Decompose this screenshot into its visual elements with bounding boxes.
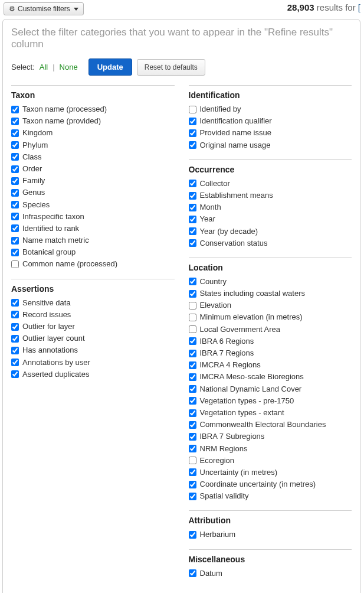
- filter-checkbox[interactable]: [189, 180, 196, 187]
- filter-checkbox[interactable]: [11, 118, 19, 125]
- update-button[interactable]: Update: [88, 58, 132, 76]
- filter-checkbox[interactable]: [189, 216, 196, 223]
- filter-label[interactable]: Datum: [200, 568, 222, 579]
- filter-label[interactable]: Commonwealth Electoral Boundaries: [200, 419, 326, 430]
- filter-label[interactable]: Outlier for layer: [22, 321, 75, 332]
- filter-label[interactable]: Name match metric: [22, 235, 89, 246]
- filter-label[interactable]: Local Government Area: [200, 324, 281, 335]
- filter-checkbox[interactable]: [11, 370, 19, 378]
- filter-checkbox[interactable]: [189, 397, 196, 405]
- filter-checkbox[interactable]: [189, 457, 196, 464]
- filter-checkbox[interactable]: [11, 347, 19, 354]
- filter-checkbox[interactable]: [11, 165, 19, 173]
- filter-label[interactable]: National Dynamic Land Cover: [200, 384, 302, 395]
- filter-label[interactable]: Spatial validity: [200, 491, 249, 501]
- filter-checkbox[interactable]: [189, 118, 196, 125]
- filter-checkbox[interactable]: [11, 260, 19, 268]
- filter-label[interactable]: Vegetation types - pre-1750: [200, 396, 294, 406]
- filter-label[interactable]: Year: [200, 214, 215, 224]
- filter-label[interactable]: Month: [200, 202, 221, 213]
- filter-label[interactable]: Family: [22, 175, 45, 186]
- filter-label[interactable]: Infraspecific taxon: [22, 211, 84, 222]
- filter-label[interactable]: Kingdom: [22, 128, 53, 138]
- filter-checkbox[interactable]: [189, 373, 196, 381]
- filter-label[interactable]: Sensitive data: [22, 298, 71, 308]
- select-none-link[interactable]: None: [60, 63, 78, 71]
- filter-label[interactable]: Asserted duplicates: [22, 369, 89, 380]
- filter-checkbox[interactable]: [189, 325, 196, 333]
- filter-checkbox[interactable]: [11, 299, 19, 307]
- filter-checkbox[interactable]: [189, 129, 196, 137]
- filter-checkbox[interactable]: [189, 385, 196, 393]
- filter-label[interactable]: IBRA 7 Subregions: [200, 431, 265, 442]
- filter-label[interactable]: Collector: [200, 178, 230, 189]
- filter-checkbox[interactable]: [11, 129, 19, 137]
- filter-checkbox[interactable]: [189, 445, 196, 452]
- filter-checkbox[interactable]: [11, 201, 19, 208]
- filter-checkbox[interactable]: [189, 204, 196, 211]
- filter-checkbox[interactable]: [189, 106, 196, 113]
- filter-label[interactable]: IMCRA 4 Regions: [200, 360, 261, 370]
- select-all-link[interactable]: All: [40, 63, 48, 71]
- filter-label[interactable]: Herbarium: [200, 529, 236, 540]
- filter-checkbox[interactable]: [11, 153, 19, 161]
- filter-label[interactable]: IMCRA Meso-scale Bioregions: [200, 372, 304, 382]
- filter-label[interactable]: Country: [200, 276, 227, 287]
- filter-label[interactable]: IBRA 6 Regions: [200, 336, 254, 347]
- filter-checkbox[interactable]: [189, 278, 196, 285]
- filter-label[interactable]: Annotations by user: [22, 357, 90, 368]
- customise-filters-button[interactable]: ⚙ Customise filters: [4, 2, 84, 15]
- filter-checkbox[interactable]: [11, 224, 19, 232]
- filter-checkbox[interactable]: [11, 359, 19, 366]
- filter-label[interactable]: Species: [22, 200, 50, 210]
- filter-checkbox[interactable]: [189, 192, 196, 200]
- filter-label[interactable]: Minimum elevation (in metres): [200, 312, 303, 322]
- filter-label[interactable]: Phylum: [22, 140, 48, 151]
- filter-checkbox[interactable]: [189, 481, 196, 488]
- filter-label[interactable]: Provided name issue: [200, 128, 271, 138]
- reset-button[interactable]: Reset to defaults: [137, 59, 205, 76]
- filter-label[interactable]: States including coastal waters: [200, 288, 305, 299]
- filter-checkbox[interactable]: [11, 237, 19, 245]
- filter-label[interactable]: Uncertainty (in metres): [200, 467, 277, 478]
- filter-checkbox[interactable]: [189, 433, 196, 441]
- filter-checkbox[interactable]: [189, 531, 196, 539]
- filter-checkbox[interactable]: [189, 350, 196, 357]
- filter-label[interactable]: Original name usage: [200, 140, 271, 151]
- filter-label[interactable]: Identified to rank: [22, 223, 79, 234]
- filter-label[interactable]: Taxon name (provided): [22, 116, 101, 126]
- filter-label[interactable]: Ecoregion: [200, 455, 235, 466]
- filter-checkbox[interactable]: [189, 302, 196, 309]
- filter-label[interactable]: Identified by: [200, 104, 241, 115]
- filter-label[interactable]: Vegetation types - extant: [200, 408, 284, 418]
- filter-checkbox[interactable]: [11, 311, 19, 318]
- filter-label[interactable]: Identification qualifier: [200, 116, 272, 126]
- filter-checkbox[interactable]: [189, 493, 196, 500]
- filter-label[interactable]: Year (by decade): [200, 226, 258, 237]
- filter-checkbox[interactable]: [11, 141, 19, 149]
- filter-label[interactable]: Record issues: [22, 309, 71, 320]
- filter-checkbox[interactable]: [189, 361, 196, 369]
- filter-label[interactable]: NRM Regions: [200, 444, 248, 454]
- filter-checkbox[interactable]: [11, 177, 19, 185]
- filter-checkbox[interactable]: [11, 249, 19, 256]
- filter-checkbox[interactable]: [189, 569, 196, 577]
- filter-label[interactable]: Has annotations: [22, 345, 78, 356]
- filter-label[interactable]: Class: [22, 152, 42, 162]
- filter-checkbox[interactable]: [11, 189, 19, 197]
- filter-checkbox[interactable]: [189, 337, 196, 345]
- filter-label[interactable]: Order: [22, 164, 42, 174]
- filter-label[interactable]: Botanical group: [22, 247, 76, 258]
- filter-label[interactable]: Taxon name (processed): [22, 104, 107, 115]
- filter-label[interactable]: Genus: [22, 187, 45, 198]
- filter-checkbox[interactable]: [189, 421, 196, 429]
- filter-checkbox[interactable]: [189, 468, 196, 476]
- filter-label[interactable]: Common name (processed): [22, 259, 117, 269]
- filter-label[interactable]: Establishment means: [200, 190, 273, 201]
- filter-checkbox[interactable]: [11, 213, 19, 220]
- filter-label[interactable]: Coordinate uncertainty (in metres): [200, 479, 316, 490]
- filter-label[interactable]: IBRA 7 Regions: [200, 348, 254, 359]
- filter-checkbox[interactable]: [189, 227, 196, 235]
- filter-checkbox[interactable]: [11, 323, 19, 331]
- filter-checkbox[interactable]: [189, 141, 196, 149]
